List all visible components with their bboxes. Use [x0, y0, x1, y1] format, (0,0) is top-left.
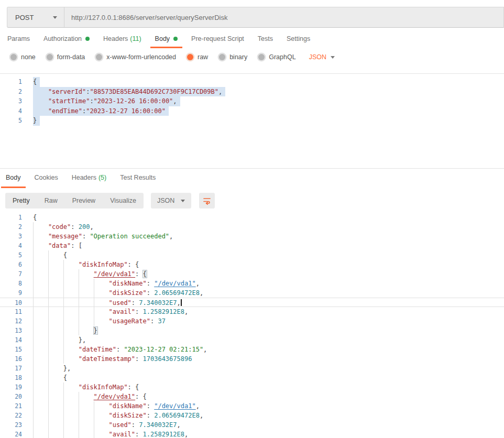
code-line[interactable]: 23"used": 7.340032E7, [0, 420, 504, 430]
line-number: 5 [0, 116, 22, 126]
code-line[interactable]: 15"dateTime": "2023-12-27 02:21:15", [0, 345, 504, 354]
raw-language-select[interactable]: JSON [309, 53, 335, 61]
response-tab-headers[interactable]: Headers (5) [67, 169, 112, 188]
tab-settings[interactable]: Settings [282, 31, 315, 48]
response-language-select[interactable]: JSON [151, 193, 191, 209]
line-number: 1 [0, 77, 22, 87]
line-number: 11 [0, 307, 22, 316]
code-line[interactable]: 11"avail": 1.2582912E8, [0, 307, 504, 316]
line-number: 15 [0, 345, 22, 354]
radio-label: raw [198, 53, 208, 61]
line-number: 13 [0, 326, 22, 335]
tab-label: Body [155, 35, 170, 42]
code-line[interactable]: 6"diskInfoMap": { [0, 260, 504, 269]
code-line[interactable]: 19"diskInfoMap": { [0, 382, 504, 392]
tab-headers[interactable]: Headers (11) [98, 31, 146, 48]
code-line[interactable]: 5{ [0, 250, 504, 260]
code-text: "serverId":"88573DE85EAB44D692C730F9C17C… [33, 87, 225, 97]
tab-pre-request-script[interactable]: Pre-request Script [187, 31, 249, 48]
radio-icon [96, 54, 102, 60]
code-text: "diskInfoMap": { [33, 382, 139, 392]
code-text: "endTime":"2023-12-27 16:00:00" [33, 106, 169, 116]
view-mode-preview[interactable]: Preview [65, 193, 103, 209]
code-line[interactable]: 10"used": 7.340032E7, [0, 298, 504, 307]
code-text: "data": [ [33, 241, 82, 250]
tab-label: Params [7, 35, 30, 42]
code-text: "diskName": "/dev/vda1", [33, 401, 200, 411]
url-input[interactable]: http://127.0.0.1:8686/server/server/quer… [64, 7, 503, 27]
response-tab-cookies[interactable]: Cookies [30, 169, 63, 188]
code-text: "diskInfoMap": { [33, 260, 139, 269]
response-language-label: JSON [157, 197, 174, 204]
tab-params[interactable]: Params [3, 31, 35, 48]
tab-label: Headers [103, 35, 128, 42]
response-section: BodyCookiesHeaders (5)Test Results Prett… [0, 168, 504, 438]
code-link: "/dev/vda1" [94, 270, 135, 278]
line-number: 8 [0, 279, 22, 288]
request-body-editor[interactable]: 1{2"serverId":"88573DE85EAB44D692C730F9C… [0, 73, 504, 168]
code-text: "used": 7.340032E7, [33, 420, 181, 430]
code-line[interactable]: 2"serverId":"88573DE85EAB44D692C730F9C17… [0, 87, 504, 97]
line-number: 5 [0, 250, 22, 260]
method-label: POST [15, 14, 34, 21]
code-line[interactable]: 5} [0, 116, 504, 126]
response-body-editor[interactable]: 1{2"code": 200,3"message": "Operation su… [0, 213, 504, 438]
code-text: }, [33, 335, 86, 345]
tab-body[interactable]: Body [150, 31, 183, 48]
code-line[interactable]: 20"/dev/vda1": { [0, 392, 504, 401]
code-line[interactable]: 14}, [0, 335, 504, 345]
view-mode-pretty[interactable]: Pretty [5, 193, 37, 209]
code-line[interactable]: 17}, [0, 364, 504, 373]
code-line[interactable]: 22"diskSize": 2.06569472E8, [0, 411, 504, 420]
code-line[interactable]: 8"diskName": "/dev/vda1", [0, 279, 504, 288]
code-line[interactable]: 18{ [0, 373, 504, 382]
body-type-graphql[interactable]: GraphQL [258, 53, 295, 61]
code-line[interactable]: 7"/dev/vda1": { [0, 269, 504, 279]
code-text: { [33, 250, 67, 260]
body-type-x-www-form-urlencoded[interactable]: x-www-form-urlencoded [96, 53, 176, 61]
code-line[interactable]: 24"avail": 1.2582912E8, [0, 430, 504, 438]
code-text: "diskSize": 2.06569472E8, [33, 411, 203, 420]
line-number: 10 [0, 298, 22, 306]
code-text: } [33, 326, 97, 335]
code-text: "message": "Operation succeeded", [33, 232, 173, 241]
code-line[interactable]: 3"message": "Operation succeeded", [0, 232, 504, 241]
view-mode-visualize[interactable]: Visualize [103, 193, 144, 209]
code-line[interactable]: 2"code": 200, [0, 222, 504, 232]
code-line[interactable]: 4"endTime":"2023-12-27 16:00:00" [0, 106, 504, 116]
line-number: 2 [0, 87, 22, 97]
code-text: { [33, 373, 67, 382]
radio-icon [10, 54, 17, 60]
code-line[interactable]: 1{ [0, 213, 504, 222]
method-select[interactable]: POST [7, 7, 64, 27]
response-tab-test-results[interactable]: Test Results [115, 169, 160, 188]
code-text: "diskName": "/dev/vda1", [33, 279, 200, 288]
chevron-down-icon [181, 200, 185, 202]
view-mode-raw[interactable]: Raw [37, 193, 65, 209]
body-type-raw[interactable]: raw [187, 53, 208, 61]
code-line[interactable]: 1{ [0, 77, 504, 87]
code-line[interactable]: 3"startTime":"2023-12-26 16:00:00", [0, 96, 504, 106]
code-line[interactable]: 12"usageRate": 37 [0, 316, 504, 326]
line-number: 18 [0, 373, 22, 382]
code-line[interactable]: 16"dateTimestamp": 1703643675896 [0, 354, 504, 364]
code-line[interactable]: 21"diskName": "/dev/vda1", [0, 401, 504, 411]
tab-authorization[interactable]: Authorization [39, 31, 94, 48]
code-line[interactable]: 9"diskSize": 2.06569472E8, [0, 288, 504, 298]
radio-icon [47, 54, 53, 60]
radio-icon [187, 54, 193, 60]
body-type-form-data[interactable]: form-data [47, 53, 85, 61]
response-tab-body[interactable]: Body [1, 169, 26, 188]
wrap-text-button[interactable] [199, 193, 215, 209]
body-type-binary[interactable]: binary [219, 53, 247, 61]
code-line[interactable]: 13} [0, 326, 504, 335]
radio-label: form-data [57, 53, 85, 61]
code-line[interactable]: 4"data": [ [0, 241, 504, 250]
line-number: 19 [0, 382, 22, 392]
code-text: "avail": 1.2582912E8, [33, 430, 188, 438]
chevron-down-icon [53, 16, 57, 19]
body-type-none[interactable]: none [10, 53, 36, 61]
tab-label: Test Results [120, 174, 156, 181]
tab-tests[interactable]: Tests [253, 31, 278, 48]
green-dot-icon [85, 37, 90, 41]
